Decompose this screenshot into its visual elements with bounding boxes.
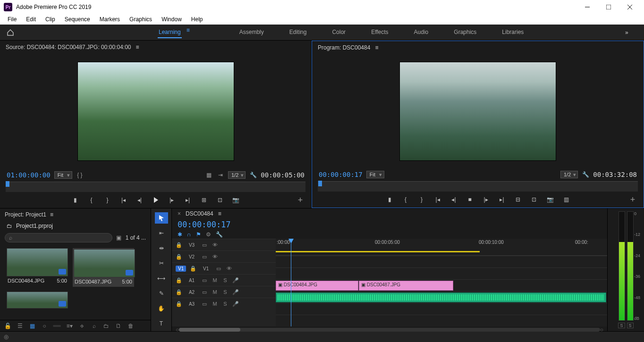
program-scrub-bar[interactable] (318, 181, 638, 192)
slip-tool[interactable]: ⟷ (155, 273, 168, 284)
panel-menu-icon[interactable]: ≡ (136, 44, 139, 50)
freeform-view-icon[interactable]: ○ (41, 323, 48, 329)
razor-tool[interactable]: ✂ (155, 258, 168, 269)
panel-menu-icon[interactable]: ≡ (50, 211, 53, 218)
workspace-graphics[interactable]: Graphics (453, 27, 477, 38)
step-back-icon[interactable]: ◂| (135, 195, 145, 205)
source-fit-dropdown[interactable]: Fit (54, 171, 72, 179)
lock-icon[interactable]: 🔒 (176, 242, 182, 248)
marker-icon[interactable]: ▮ (70, 195, 81, 205)
lock-icon[interactable]: 🔒 (190, 266, 196, 272)
lock-icon[interactable]: 🔒 (176, 289, 182, 295)
wrench-icon[interactable]: 🔧 (249, 171, 257, 179)
export-frame-icon[interactable]: 📷 (545, 194, 555, 205)
linked-selection-icon[interactable]: ∩ (187, 231, 191, 238)
source-scrub-bar[interactable] (6, 182, 305, 192)
program-timecode-in[interactable]: 00:00:00:17 (319, 171, 363, 178)
source-timecode-in[interactable]: 01:00:00:00 (7, 171, 51, 179)
lock-icon[interactable]: 🔒 (176, 301, 182, 307)
track-a3[interactable] (276, 315, 607, 326)
hand-tool[interactable]: ✋ (155, 303, 168, 314)
ripple-edit-tool[interactable]: ⇹ (155, 242, 168, 254)
sync-lock-icon[interactable]: ▭ (201, 277, 208, 284)
out-point-icon[interactable]: } (416, 194, 427, 205)
sync-lock-icon[interactable]: ▭ (201, 254, 208, 260)
workspace-menu-icon[interactable]: ≡ (186, 27, 196, 38)
bin-item[interactable] (7, 292, 68, 309)
export-frame-icon[interactable]: 📷 (231, 195, 241, 205)
list-view-icon[interactable]: ☰ (16, 323, 24, 329)
type-tool[interactable]: T (155, 318, 168, 329)
video-clip[interactable]: ▣ DSC00487.JPG (359, 281, 453, 291)
source-arrow-icon[interactable]: ⇥ (217, 171, 224, 179)
extract-icon[interactable]: ⊡ (529, 194, 539, 205)
minimize-button[interactable] (576, 0, 598, 14)
workspace-learning[interactable]: Learning (158, 27, 182, 38)
automate-icon[interactable]: ⎆ (78, 323, 85, 329)
workspace-assembly[interactable]: Assembly (238, 27, 265, 38)
delete-icon[interactable]: 🗑 (127, 323, 135, 329)
track-v3[interactable] (276, 256, 607, 267)
track-v2[interactable] (276, 267, 607, 279)
maximize-button[interactable] (598, 0, 619, 14)
workspace-libraries[interactable]: Libraries (501, 27, 525, 38)
lock-icon[interactable]: 🔒 (176, 254, 182, 260)
go-to-in-icon[interactable]: |◂ (432, 194, 443, 205)
menu-sequence[interactable]: Sequence (60, 15, 95, 24)
eye-icon[interactable]: 👁 (226, 266, 232, 271)
add-button[interactable]: + (627, 194, 638, 205)
go-to-in-icon[interactable]: |◂ (119, 195, 129, 205)
panel-menu-icon[interactable]: ≡ (218, 210, 221, 217)
sync-lock-icon[interactable]: ▭ (201, 242, 208, 248)
lift-icon[interactable]: ⊟ (513, 194, 523, 205)
source-zoom-dropdown[interactable]: 1/2 (228, 171, 246, 179)
add-button[interactable]: + (295, 195, 305, 205)
source-viewer[interactable] (0, 54, 311, 168)
comparison-icon[interactable]: ▥ (561, 194, 571, 205)
zoom-slider[interactable] (53, 325, 61, 327)
icon-view-icon[interactable]: ▦ (28, 323, 36, 329)
write-lock-icon[interactable]: 🔓 (4, 323, 11, 329)
insert-icon[interactable]: ⊞ (199, 195, 209, 205)
marker-icon[interactable]: ▮ (384, 194, 395, 205)
track-v1[interactable]: ▣ DSC00484.JPG ▣ DSC00487.JPG (276, 279, 607, 291)
video-clip[interactable]: ▣ DSC00484.JPG (276, 281, 358, 291)
filter-bin-icon[interactable]: ▣ (115, 234, 123, 242)
timeline-timecode[interactable]: 00:00:00:17 (172, 219, 607, 230)
audio-clip[interactable] (276, 292, 606, 302)
source-resolution-icon[interactable]: ▦ (205, 171, 213, 179)
bin-item[interactable]: DSC00487.JPG5:00 (73, 248, 134, 287)
timeline-zoom-scroll[interactable]: ○○ (172, 326, 607, 333)
menu-file[interactable]: File (3, 15, 21, 24)
timeline-tracks-area[interactable]: :00:00 00:00:05:00 00:00:10:00 00:00: ▣ … (276, 239, 607, 326)
playhead[interactable] (291, 239, 291, 326)
bin-item[interactable]: DSC00484.JPG5:00 (7, 248, 68, 287)
workspace-overflow-button[interactable]: » (625, 29, 644, 36)
track-select-tool[interactable]: ⇤ (155, 227, 168, 239)
workspace-editing[interactable]: Editing (288, 27, 308, 38)
wrench-icon[interactable]: 🔧 (216, 231, 223, 238)
in-point-icon[interactable]: { (400, 194, 411, 205)
source-bracket-icon[interactable]: { } (76, 171, 84, 179)
mic-icon[interactable]: 🎤 (232, 277, 239, 284)
sync-lock-icon[interactable]: ▭ (201, 289, 208, 295)
wrench-icon[interactable]: 🔧 (582, 171, 589, 178)
workspace-audio[interactable]: Audio (413, 27, 430, 38)
mic-icon[interactable]: 🎤 (232, 301, 239, 307)
eye-icon[interactable]: 👁 (212, 254, 218, 259)
go-to-out-icon[interactable]: ▸| (183, 195, 193, 205)
cc-icon[interactable]: ◎ (4, 334, 8, 340)
step-back-icon[interactable]: ◂| (449, 194, 459, 205)
workspace-effects[interactable]: Effects (370, 27, 389, 38)
new-bin-icon[interactable]: 🗀 (102, 323, 110, 329)
step-forward-icon[interactable]: |▸ (481, 194, 491, 205)
home-button[interactable] (0, 25, 21, 41)
in-point-icon[interactable]: { (86, 195, 97, 205)
timeline-settings-icon[interactable]: ⚙ (206, 231, 211, 238)
step-forward-icon[interactable]: |▸ (167, 195, 177, 205)
pen-tool[interactable]: ✎ (155, 288, 168, 299)
close-button[interactable] (619, 0, 640, 14)
track-a1[interactable] (276, 291, 607, 303)
menu-edit[interactable]: Edit (21, 15, 41, 24)
sequence-name[interactable]: DSC00484 (186, 210, 213, 217)
